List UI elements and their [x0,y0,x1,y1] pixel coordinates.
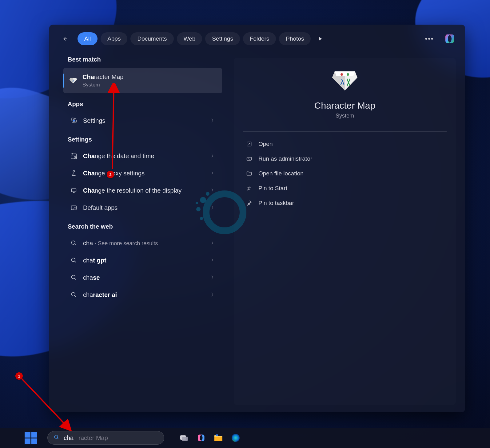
admin-icon [245,155,253,162]
result-label: character ai [83,291,206,299]
action-label: Open file location [258,170,304,177]
back-button[interactable] [58,33,71,45]
action-pin-taskbar[interactable]: Pin to taskbar [243,196,447,210]
default-apps-icon [70,203,78,212]
svg-rect-33 [214,437,222,441]
best-match-title: Character Map [82,73,216,81]
chevron-right-icon: 〉 [211,257,216,264]
web-result-character-ai[interactable]: character ai 〉 [64,287,222,303]
panel-menu-button[interactable]: ••• [423,32,436,46]
annotation-badge-1: 1 [15,372,23,380]
taskview-button[interactable] [178,432,190,444]
open-icon [245,140,253,148]
svg-point-13 [72,293,75,296]
chevron-right-icon: 〉 [211,187,216,194]
copilot-taskbar-button[interactable] [195,432,207,444]
pin-icon [245,185,253,192]
proxy-icon [70,169,78,178]
svg-rect-21 [247,157,252,160]
section-header-settings: Settings [49,130,228,147]
result-label: Change the resolution of the display [83,186,206,194]
svg-point-12 [72,275,75,279]
search-panel: All Apps Documents Web Settings Folders … [49,25,465,412]
preview-divider [243,131,447,132]
svg-point-10 [72,241,75,245]
svg-rect-32 [182,437,188,441]
taskbar-search-box[interactable]: character Map [47,431,164,445]
preview-card: λ Character Map System Open Run as admin… [234,58,456,405]
search-icon [54,434,59,441]
edge-browser-button[interactable] [229,432,242,444]
filter-all[interactable]: All [78,32,98,45]
action-pin-start[interactable]: Pin to Start [243,181,447,196]
search-icon [70,273,78,282]
result-label: cha - See more search results [83,239,206,247]
pin-icon [245,199,253,207]
svg-rect-34 [216,434,218,436]
chevron-right-icon: 〉 [211,274,216,281]
file-explorer-button[interactable] [212,432,225,444]
web-result-cha[interactable]: cha - See more search results 〉 [64,235,222,251]
filter-folders[interactable]: Folders [243,32,276,45]
filter-apps[interactable]: Apps [101,32,127,45]
taskbar: character Map [0,428,490,448]
result-label: Change proxy settings [83,169,206,177]
result-label: Settings [83,117,206,125]
filter-documents[interactable]: Documents [130,32,173,45]
more-filters-button[interactable] [314,32,327,46]
copilot-icon[interactable] [444,33,456,45]
svg-point-17 [341,73,343,76]
folder-icon [245,170,253,177]
action-label: Pin to Start [258,185,287,192]
setting-result-date-time[interactable]: Change the date and time 〉 [64,148,222,164]
filter-settings[interactable]: Settings [205,32,240,45]
action-run-admin[interactable]: Run as administrator [243,151,447,166]
preview-app-icon: λ [331,70,359,92]
svg-marker-16 [335,71,355,76]
charmap-icon: λ [69,76,78,85]
results-column: Best match λ Character Map System Apps S… [49,50,228,412]
search-typed-text: cha [64,434,74,442]
svg-text:λ: λ [73,79,74,82]
result-label: chase [83,274,206,282]
chevron-right-icon: 〉 [211,205,216,211]
search-icon [70,239,78,247]
display-icon [70,186,78,195]
search-icon [70,256,78,265]
chevron-right-icon: 〉 [211,170,216,177]
setting-result-proxy[interactable]: Change proxy settings 〉 [64,165,222,181]
search-icon [70,290,78,299]
chevron-right-icon: 〉 [211,118,216,124]
web-result-chase[interactable]: chase 〉 [64,270,222,286]
svg-point-11 [72,258,75,262]
svg-point-3 [73,120,75,122]
section-header-web: Search the web [49,217,228,234]
section-header-best-match: Best match [49,53,228,67]
best-match-subtitle: System [82,82,216,88]
date-time-icon [70,152,78,160]
action-label: Open [258,141,273,147]
preview-title: Character Map [314,100,375,111]
app-result-settings[interactable]: Settings 〉 [64,113,222,129]
setting-result-resolution[interactable]: Change the resolution of the display 〉 [64,182,222,198]
web-result-chatgpt[interactable]: chat gpt 〉 [64,252,222,268]
section-header-apps: Apps [49,94,228,111]
svg-text:λ: λ [340,77,345,87]
filter-web[interactable]: Web [177,32,202,45]
action-label: Pin to taskbar [258,200,294,206]
start-button[interactable] [25,432,37,444]
action-open[interactable]: Open [243,137,447,151]
preview-column: λ Character Map System Open Run as admin… [228,50,465,412]
result-label: Default apps [83,204,206,212]
setting-result-default-apps[interactable]: Default apps 〉 [64,200,222,216]
panel-header: All Apps Documents Web Settings Folders … [49,25,465,50]
search-ghost-text: racter Map [78,434,108,442]
svg-point-18 [347,73,349,76]
best-match-result[interactable]: λ Character Map System [63,68,222,93]
filter-photos[interactable]: Photos [279,32,311,45]
result-label: chat gpt [83,256,206,264]
annotation-badge-2: 2 [107,171,114,178]
svg-point-6 [73,170,75,172]
preview-subtitle: System [336,113,354,119]
action-open-location[interactable]: Open file location [243,166,447,181]
